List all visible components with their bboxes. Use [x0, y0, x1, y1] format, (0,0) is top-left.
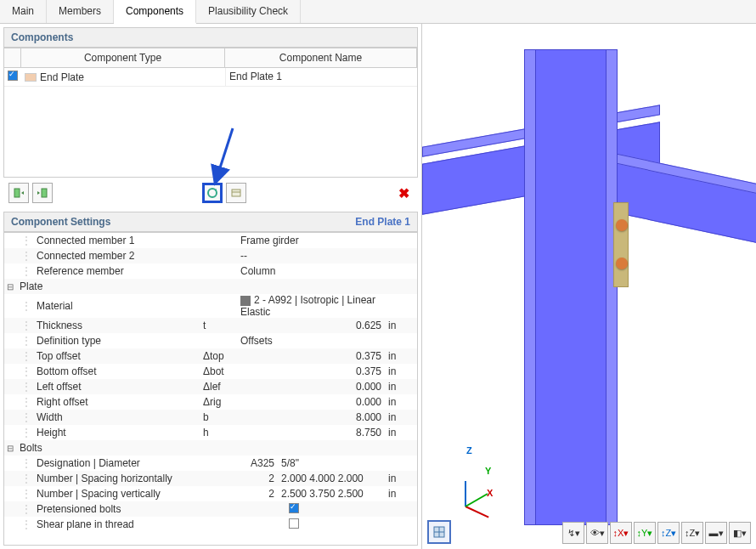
- col-component-name: Component Name: [225, 48, 417, 67]
- bolt-horiz-spacing[interactable]: 2.000 4.000 2.000: [281, 473, 364, 484]
- svg-rect-3: [232, 190, 240, 196]
- view-mode-button[interactable]: [427, 520, 451, 544]
- tab-plausibility[interactable]: Plausibility Check: [196, 0, 301, 23]
- 3d-viewport[interactable]: Z Y X ↯▾ 👁▾ ↕X▾ ↕Y▾ ↕Z▾ ↕Z▾ ▬▾ ◧▾: [422, 24, 756, 549]
- bolt-grade[interactable]: A325: [240, 457, 281, 469]
- bolt-vert-spacing[interactable]: 2.500 3.750 2.500: [281, 488, 364, 500]
- view-eye-button[interactable]: 👁▾: [586, 522, 608, 544]
- pretensioned-checkbox[interactable]: [289, 503, 299, 513]
- bolt-icon: [616, 219, 628, 231]
- components-header: Components: [3, 27, 418, 48]
- axes-toggle-button[interactable]: ↯▾: [562, 522, 584, 544]
- prop-reference: Reference member: [33, 265, 203, 277]
- view-z-button[interactable]: ↕Z▾: [657, 522, 680, 544]
- col-component-type: Component Type: [21, 48, 225, 67]
- library-button[interactable]: [226, 183, 246, 203]
- components-toolbar: ✖: [3, 179, 418, 207]
- component-color-swatch: [25, 73, 37, 82]
- deftype-value[interactable]: Offsets: [240, 335, 385, 347]
- bolt-horiz-n[interactable]: 2: [240, 473, 281, 484]
- row-checkbox[interactable]: [8, 71, 18, 81]
- cube-view-button[interactable]: ◧▾: [729, 522, 751, 544]
- view-x-button[interactable]: ↕X▾: [610, 522, 632, 544]
- right-offset-value[interactable]: 0.000: [240, 396, 385, 408]
- bolt-diameter[interactable]: 5/8": [281, 457, 299, 469]
- svg-rect-1: [42, 189, 47, 197]
- settings-context: End Plate 1: [355, 216, 410, 228]
- end-plate: [613, 202, 629, 287]
- shear-checkbox[interactable]: [289, 518, 299, 529]
- tab-bar: Main Members Components Plausibility Che…: [0, 0, 756, 24]
- viewport-toolbar: ↯▾ 👁▾ ↕X▾ ↕Y▾ ↕Z▾ ↕Z▾ ▬▾ ◧▾: [562, 522, 751, 544]
- thickness-value[interactable]: 0.625: [240, 320, 385, 331]
- section-bolts: Bolts: [16, 442, 186, 454]
- add-left-button[interactable]: [8, 183, 29, 203]
- bot-offset-value[interactable]: 0.375: [240, 365, 385, 377]
- width-value[interactable]: 8.000: [240, 411, 385, 423]
- tab-members[interactable]: Members: [47, 0, 114, 23]
- refresh-component-button[interactable]: [202, 183, 223, 203]
- expand-plate[interactable]: ⊟: [4, 282, 16, 291]
- components-table: Component Type Component Name End Plate …: [3, 48, 418, 178]
- height-value[interactable]: 8.750: [240, 427, 385, 439]
- row-name: End Plate 1: [225, 68, 417, 86]
- tab-main[interactable]: Main: [0, 0, 47, 23]
- prop-connected1: Connected member 1: [33, 235, 203, 246]
- expand-bolts[interactable]: ⊟: [4, 444, 16, 453]
- material-value[interactable]: 2 - A992 | Isotropic | Linear Elastic: [240, 294, 375, 318]
- table-row[interactable]: End Plate End Plate 1: [4, 68, 417, 87]
- render-mode-button[interactable]: ▬▾: [705, 522, 727, 544]
- section-plate: Plate: [16, 280, 186, 292]
- left-offset-value[interactable]: 0.000: [240, 381, 385, 393]
- tab-components[interactable]: Components: [114, 0, 196, 24]
- bolt-icon: [616, 258, 628, 269]
- prop-connected2: Connected member 2: [33, 250, 203, 262]
- material-swatch: [240, 296, 251, 306]
- svg-rect-0: [14, 189, 20, 197]
- settings-header: Component Settings End Plate 1: [3, 212, 418, 232]
- add-right-button[interactable]: [32, 183, 53, 203]
- bolt-vert-n[interactable]: 2: [240, 488, 281, 500]
- delete-button[interactable]: ✖: [395, 185, 413, 201]
- row-type: End Plate: [40, 71, 84, 83]
- top-offset-value[interactable]: 0.375: [240, 350, 385, 362]
- view-iso-button[interactable]: ↕Z▾: [681, 522, 703, 544]
- view-y-button[interactable]: ↕Y▾: [634, 522, 656, 544]
- property-grid: ⋮Connected member 1Frame girder ⋮Connect…: [3, 232, 418, 546]
